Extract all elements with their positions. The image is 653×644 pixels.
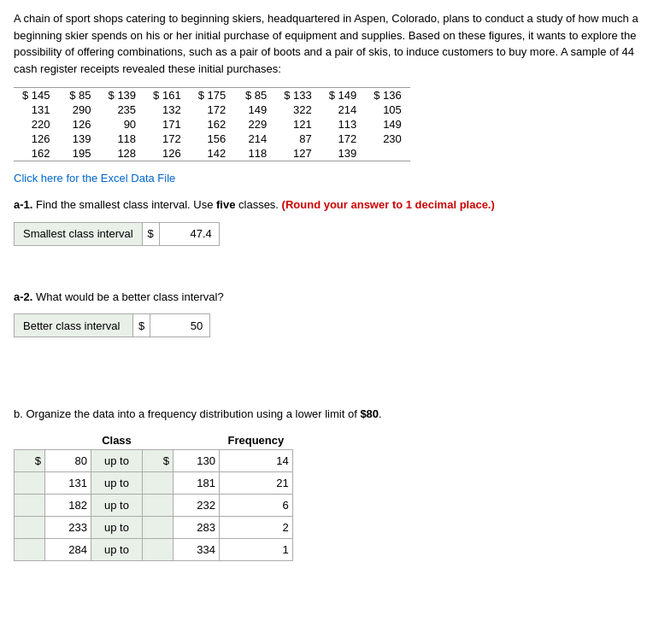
data-cell-r2-c5: 229 (234, 117, 275, 132)
freq-val-input-1[interactable] (223, 477, 289, 489)
freq-from-input-2[interactable] (49, 499, 87, 512)
a2-answer-row: Better class interval $ (14, 313, 639, 337)
data-cell-r4-c1: 195 (59, 146, 100, 161)
freq-dollar2-1 (143, 471, 174, 494)
data-cell-r0-c5: $ 85 (234, 88, 275, 103)
freq-upto-1: up to (91, 471, 143, 494)
data-cell-r2-c0: 220 (14, 117, 59, 132)
a1-answer-input[interactable] (160, 222, 220, 246)
data-cell-r3-c6: 87 (275, 132, 321, 146)
data-cell-r3-c3: 172 (144, 132, 190, 146)
a1-red-text: (Round your answer to 1 decimal place.) (282, 198, 495, 211)
freq-to-0[interactable] (174, 449, 220, 471)
data-cell-r0-c2: $ 139 (100, 88, 145, 103)
a1-bold-label: a-1. (14, 198, 32, 211)
b-period: . (379, 407, 382, 420)
freq-dollar-3 (15, 516, 45, 538)
data-cell-r4-c7: 139 (321, 146, 366, 161)
data-values-table: $ 145$ 85$ 139$ 161$ 175$ 85$ 133$ 149$ … (14, 87, 410, 161)
data-cell-r2-c2: 90 (100, 117, 145, 132)
intro-paragraph: A chain of sport shops catering to begin… (14, 10, 639, 77)
data-cell-r2-c8: 149 (365, 117, 410, 132)
data-cell-r1-c2: 235 (100, 102, 145, 117)
freq-val-input-4[interactable] (223, 543, 289, 556)
freq-from-input-1[interactable] (49, 477, 87, 489)
data-cell-r0-c7: $ 149 (321, 88, 366, 103)
data-cell-r4-c3: 126 (144, 146, 190, 161)
freq-to-2[interactable] (174, 494, 220, 516)
freq-from-0[interactable] (45, 449, 91, 471)
freq-dollar2-2 (143, 494, 174, 516)
data-cell-r0-c1: $ 85 (59, 88, 100, 103)
frequency-header: Frequency (220, 431, 293, 450)
data-cell-r1-c5: 149 (234, 102, 275, 117)
data-cell-r3-c0: 126 (14, 132, 59, 146)
excel-link[interactable]: Click here for the Excel Data File (14, 172, 639, 184)
data-cell-r3-c1: 139 (59, 132, 100, 146)
freq-to-input-0[interactable] (177, 454, 215, 467)
freq-val-input-0[interactable] (223, 454, 289, 467)
freq-val-2[interactable] (220, 494, 293, 516)
data-cell-r3-c4: 156 (190, 132, 235, 146)
freq-from-input-0[interactable] (49, 454, 87, 467)
freq-val-1[interactable] (220, 471, 293, 494)
freq-to-4[interactable] (174, 538, 220, 560)
freq-val-4[interactable] (220, 538, 293, 560)
freq-to-input-2[interactable] (177, 499, 215, 512)
data-cell-r0-c4: $ 175 (190, 88, 235, 103)
a2-dollar-sign: $ (133, 313, 150, 337)
freq-to-1[interactable] (174, 471, 220, 494)
freq-dollar2-4 (143, 538, 174, 560)
frequency-table: Class Frequency $up to$up toup toup toup… (14, 431, 293, 561)
freq-from-1[interactable] (45, 471, 91, 494)
a1-answer-row: Smallest class interval $ (14, 222, 639, 246)
freq-to-3[interactable] (174, 516, 220, 538)
freq-val-input-2[interactable] (223, 499, 289, 512)
data-cell-r1-c1: 290 (59, 102, 100, 117)
data-cell-r3-c2: 118 (100, 132, 145, 146)
data-cell-r4-c0: 162 (14, 146, 59, 161)
freq-row-3: up to (15, 516, 293, 538)
freq-val-0[interactable] (220, 449, 293, 471)
data-cell-r0-c6: $ 133 (275, 88, 321, 103)
freq-to-input-4[interactable] (177, 543, 215, 556)
freq-upto-3: up to (91, 516, 143, 538)
data-cell-r3-c5: 214 (234, 132, 275, 146)
data-cell-r2-c1: 126 (59, 117, 100, 132)
freq-row-2: up to (15, 494, 293, 516)
freq-upto-4: up to (91, 538, 143, 560)
freq-to-input-1[interactable] (177, 477, 215, 489)
freq-from-input-3[interactable] (49, 521, 87, 534)
freq-from-3[interactable] (45, 516, 91, 538)
freq-row-0: $up to$ (15, 449, 293, 471)
data-cell-r1-c8: 105 (365, 102, 410, 117)
freq-to-input-3[interactable] (177, 521, 215, 534)
freq-val-input-3[interactable] (223, 521, 289, 534)
data-cell-r2-c6: 121 (275, 117, 321, 132)
data-cell-r3-c8: 230 (365, 132, 410, 146)
data-cell-r4-c4: 142 (190, 146, 235, 161)
question-a2-label: a-2. What would be a better class interv… (14, 289, 639, 306)
b-text: b. Organize the data into a frequency di… (14, 407, 360, 420)
freq-from-input-4[interactable] (49, 543, 87, 556)
a2-answer-input[interactable] (150, 313, 210, 337)
data-cell-r4-c8 (365, 146, 410, 161)
question-b-label: b. Organize the data into a frequency di… (14, 406, 639, 423)
data-cell-r1-c4: 172 (190, 102, 235, 117)
data-cell-r1-c3: 132 (144, 102, 190, 117)
data-cell-r2-c7: 113 (321, 117, 366, 132)
freq-dollar-4 (15, 538, 45, 560)
freq-row-1: up to (15, 471, 293, 494)
data-cell-r4-c5: 118 (234, 146, 275, 161)
a2-text: What would be a better class interval? (36, 290, 224, 303)
data-cell-r4-c2: 128 (100, 146, 145, 161)
class-header: Class (15, 431, 220, 450)
freq-upto-0: up to (91, 449, 143, 471)
freq-from-2[interactable] (45, 494, 91, 516)
question-a1-label: a-1. Find the smallest class interval. U… (14, 196, 639, 214)
freq-val-3[interactable] (220, 516, 293, 538)
a2-bold-label: a-2. (14, 290, 32, 303)
data-cell-r2-c4: 162 (190, 117, 235, 132)
data-cell-r1-c6: 322 (275, 102, 321, 117)
freq-from-4[interactable] (45, 538, 91, 560)
